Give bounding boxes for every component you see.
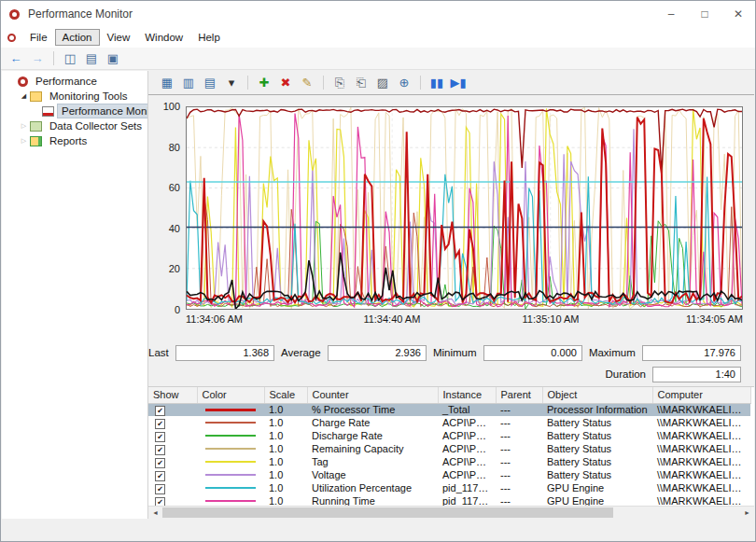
table-row[interactable]: ✔1.0TagACPI\PNP0...---Battery Status\\MA… bbox=[148, 455, 750, 468]
back-button[interactable]: ← bbox=[7, 49, 25, 67]
column-header-scale[interactable]: Scale bbox=[264, 387, 307, 403]
scroll-thumb[interactable] bbox=[162, 507, 613, 518]
forward-button[interactable]: → bbox=[28, 49, 47, 67]
counter-cell: Utilization Percentage bbox=[307, 481, 438, 494]
highlight-button[interactable]: ✎ bbox=[298, 74, 316, 91]
update-data-button[interactable]: ▶▮ bbox=[449, 74, 468, 91]
y-axis-label: 60 bbox=[152, 182, 180, 193]
y-axis-label: 20 bbox=[152, 263, 180, 274]
table-row[interactable]: ✔1.0Remaining CapacityACPI\PNP0...---Bat… bbox=[148, 442, 750, 455]
menu-item-view[interactable]: View bbox=[100, 29, 138, 46]
average-value: 2.936 bbox=[328, 345, 427, 361]
folder-reports-icon bbox=[30, 136, 42, 146]
maximum-label: Maximum bbox=[589, 347, 636, 358]
color-cell bbox=[197, 403, 264, 416]
tree-item-label: Performance Monitor bbox=[58, 104, 148, 118]
show-checkbox[interactable]: ✔ bbox=[155, 406, 165, 416]
delete-counter-button[interactable]: ✖ bbox=[276, 74, 295, 91]
instance-cell: ACPI\PNP0... bbox=[438, 416, 496, 429]
parent-cell: --- bbox=[496, 403, 542, 416]
show-checkbox[interactable]: ✔ bbox=[155, 432, 165, 442]
show-checkbox[interactable]: ✔ bbox=[155, 484, 165, 494]
object-cell: GPU Engine bbox=[542, 481, 652, 494]
zoom-button[interactable]: ⊕ bbox=[395, 74, 413, 91]
table-row[interactable]: ✔1.0VoltageACPI\PNP0...---Battery Status… bbox=[148, 468, 750, 481]
properties-button[interactable]: ▨ bbox=[373, 74, 392, 91]
duration-row: Duration 1:40 bbox=[148, 365, 741, 383]
view-current-activity-button[interactable]: ▦ bbox=[158, 74, 176, 91]
counter-cell: Discharge Rate bbox=[307, 429, 438, 442]
tree-item-monitoring-tools[interactable]: ◢Monitoring Tools bbox=[2, 89, 147, 104]
table-row[interactable]: ✔1.0Utilization Percentagepid_11784_...-… bbox=[148, 481, 750, 494]
change-graph-type-button[interactable]: ▤ bbox=[201, 74, 219, 91]
menu-item-window[interactable]: Window bbox=[137, 29, 190, 46]
show-cell: ✔ bbox=[148, 442, 197, 455]
freeze-display-button[interactable]: ▮▮ bbox=[427, 74, 446, 91]
y-axis-label: 100 bbox=[152, 101, 180, 112]
instance-cell: pid_11784_... bbox=[438, 481, 496, 494]
tree-item-data-collector-sets[interactable]: ▷Data Collector Sets bbox=[2, 118, 147, 133]
show-hide-console-tree-button[interactable]: ◫ bbox=[61, 49, 79, 67]
table-row[interactable]: ✔1.0% Processor Time_Total---Processor I… bbox=[148, 403, 750, 416]
tree-item-performance[interactable]: Performance bbox=[2, 74, 147, 89]
menu-item-file[interactable]: File bbox=[22, 29, 55, 46]
horizontal-scrollbar[interactable]: ◄ ► bbox=[148, 506, 754, 519]
computer-cell: \\MARKWKAELINM1 bbox=[652, 481, 750, 494]
minimize-button[interactable]: – bbox=[654, 1, 688, 27]
main-toolbar-buttons: ←→◫▤▣ bbox=[7, 49, 122, 67]
tree-item-performance-monitor[interactable]: Performance Monitor bbox=[2, 104, 147, 118]
table-row[interactable]: ✔1.0Charge RateACPI\PNP0...---Battery St… bbox=[148, 416, 750, 429]
last-label: Last bbox=[148, 347, 169, 358]
titlebar: Performance Monitor – □ ✕ bbox=[1, 1, 755, 27]
show-checkbox[interactable]: ✔ bbox=[155, 445, 165, 455]
counter-cell: % Processor Time bbox=[307, 403, 438, 416]
column-header-show[interactable]: Show bbox=[148, 387, 197, 403]
column-header-computer[interactable]: Computer bbox=[652, 387, 750, 403]
column-header-color[interactable]: Color bbox=[197, 387, 264, 403]
paste-counter-list-button[interactable]: ⎗ bbox=[352, 74, 371, 91]
column-header-counter[interactable]: Counter bbox=[307, 387, 438, 403]
graph-section: 10080604020011:34:06 AM11:34:40 AM11:35:… bbox=[148, 95, 754, 328]
console-tree-panel: Performance◢Monitoring ToolsPerformance … bbox=[2, 71, 148, 519]
tree-item-reports[interactable]: ▷Reports bbox=[2, 133, 147, 148]
copy-properties-button[interactable]: ⎘ bbox=[330, 74, 349, 91]
collapsed-arrow-icon[interactable]: ▷ bbox=[18, 137, 30, 145]
column-header-parent[interactable]: Parent bbox=[496, 387, 542, 403]
menu-list: FileActionViewWindowHelp bbox=[22, 27, 228, 48]
graph-type-dropdown[interactable]: ▾ bbox=[222, 74, 241, 91]
color-cell bbox=[197, 481, 264, 494]
scroll-track[interactable] bbox=[162, 507, 740, 519]
column-header-instance[interactable]: Instance bbox=[438, 387, 496, 403]
table-row[interactable]: ✔1.0Discharge RateACPI\PNP0...---Battery… bbox=[148, 429, 750, 442]
expanded-arrow-icon[interactable]: ◢ bbox=[18, 92, 30, 100]
scale-cell: 1.0 bbox=[264, 416, 307, 429]
counter-cell: Charge Rate bbox=[307, 416, 438, 429]
view-log-data-button[interactable]: ▥ bbox=[179, 74, 198, 91]
instance-cell: _Total bbox=[438, 403, 496, 416]
add-counter-button[interactable]: ✚ bbox=[255, 74, 273, 91]
window-title: Performance Monitor bbox=[28, 7, 133, 21]
collapsed-arrow-icon[interactable]: ▷ bbox=[18, 122, 30, 130]
counter-cell: Tag bbox=[307, 455, 438, 468]
menubar: FileActionViewWindowHelp bbox=[1, 27, 755, 48]
show-checkbox[interactable]: ✔ bbox=[155, 419, 165, 429]
maximize-button[interactable]: □ bbox=[688, 1, 721, 27]
menu-item-help[interactable]: Help bbox=[190, 29, 228, 46]
scroll-left-button[interactable]: ◄ bbox=[148, 507, 162, 519]
scale-cell: 1.0 bbox=[264, 442, 307, 455]
scroll-right-button[interactable]: ► bbox=[740, 507, 754, 519]
color-swatch bbox=[205, 448, 255, 450]
close-button[interactable]: ✕ bbox=[721, 1, 755, 27]
console-window-icon bbox=[7, 34, 16, 42]
last-value: 1.368 bbox=[175, 345, 274, 361]
column-header-object[interactable]: Object bbox=[542, 387, 652, 403]
show-checkbox[interactable]: ✔ bbox=[155, 471, 165, 481]
color-swatch bbox=[205, 461, 255, 463]
object-cell: Battery Status bbox=[542, 429, 652, 442]
menu-item-action[interactable]: Action bbox=[55, 29, 100, 46]
export-list-button[interactable]: ▤ bbox=[82, 49, 101, 67]
parent-cell: --- bbox=[496, 455, 542, 468]
details-pane: ▦▥▤▾✚✖✎⎘⎗▨⊕▮▮▶▮ 10080604020011:34:06 AM1… bbox=[148, 71, 754, 519]
show-checkbox[interactable]: ✔ bbox=[155, 458, 165, 468]
help-toolbar-button[interactable]: ▣ bbox=[104, 49, 122, 67]
